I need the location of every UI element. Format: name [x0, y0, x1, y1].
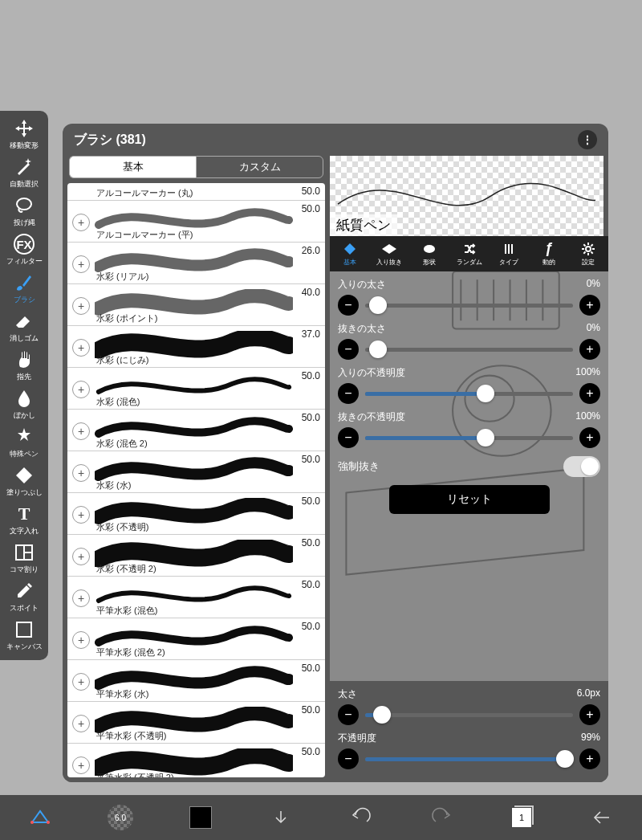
tab-basic[interactable]: 基本 [69, 156, 196, 178]
add-brush-button[interactable]: + [72, 214, 90, 231]
tool-magic[interactable]: 自動選択 [2, 154, 47, 193]
prop-tab-random[interactable]: ランダム [449, 236, 490, 271]
move-icon [13, 117, 35, 140]
prop-tab-shape[interactable]: 形状 [409, 236, 449, 271]
brush-row[interactable]: +平筆水彩 (水)50.0 [67, 660, 325, 702]
brush-row[interactable]: +水彩 (不透明 2)50.0 [67, 535, 325, 577]
add-brush-button[interactable]: + [72, 715, 90, 732]
brush-row[interactable]: +水彩 (水)50.0 [67, 451, 325, 493]
add-brush-button[interactable]: + [72, 381, 90, 398]
tool-canvas[interactable]: キャンバス [2, 617, 47, 655]
plus-button[interactable]: + [579, 383, 600, 404]
slider-不透明度: 不透明度99%−+ [338, 732, 600, 769]
minus-button[interactable]: − [338, 383, 359, 404]
tool-fx[interactable]: FXフィルター [2, 231, 47, 270]
brush-size-value: 50.0 [302, 537, 320, 548]
brush-row[interactable]: +水彩 (不透明)50.0 [67, 493, 325, 535]
plus-button[interactable]: + [579, 704, 600, 725]
canvas-icon [13, 618, 35, 641]
brush-size-value: 37.0 [302, 328, 320, 340]
slider-track[interactable] [365, 304, 573, 308]
slider-value: 0% [587, 322, 600, 336]
add-brush-button[interactable]: + [72, 756, 90, 774]
plus-button[interactable]: + [579, 427, 600, 448]
tool-brush[interactable]: ブラシ [2, 270, 47, 308]
brush-row[interactable]: +アルコールマーカー (平)50.0 [67, 201, 325, 243]
minus-button[interactable]: − [338, 427, 359, 448]
brush-name: 水彩 (混色) [96, 396, 140, 408]
brush-row[interactable]: +平筆水彩 (混色 2)50.0 [67, 618, 325, 660]
add-brush-button[interactable]: + [72, 506, 90, 524]
brush-settings-side: 紙質ペン 基本入り抜き形状ランダムタイプƒ動的設定 入りの太さ0%−+抜きの太さ… [330, 156, 608, 782]
brush-row[interactable]: +平筆水彩 (不透明 2)50.0 [67, 744, 325, 777]
add-brush-button[interactable]: + [72, 422, 90, 440]
brush-row[interactable]: +平筆水彩 (不透明)50.0 [67, 702, 325, 744]
minus-button[interactable]: − [338, 339, 359, 360]
prop-tab-settings[interactable]: 設定 [568, 236, 608, 271]
add-brush-button[interactable]: + [72, 673, 90, 691]
tool-label: ブラシ [14, 295, 35, 305]
brush-list[interactable]: アルコールマーカー (丸)50.0+アルコールマーカー (平)50.0+水彩 (… [67, 183, 325, 777]
brush-row[interactable]: +水彩 (混色)50.0 [67, 368, 325, 410]
minus-button[interactable]: − [338, 704, 359, 725]
tool-move[interactable]: 移動変形 [2, 116, 47, 154]
add-brush-button[interactable]: + [72, 297, 90, 315]
plus-button[interactable]: + [579, 339, 600, 360]
brush-size-swatch[interactable]: 6.0 [103, 800, 138, 835]
brush-size-value: 50.0 [302, 186, 320, 197]
tool-eraser[interactable]: 消しゴム [2, 308, 47, 347]
brush-size-value: 50.0 [302, 412, 320, 423]
layers-icon[interactable]: 1 [504, 800, 539, 835]
prop-tab-type[interactable]: タイプ [489, 236, 529, 271]
brush-row[interactable]: +水彩 (ポイント)40.0 [67, 284, 325, 326]
shape-tool-icon[interactable] [22, 800, 58, 835]
back-icon[interactable] [584, 800, 620, 835]
prop-tab-inout[interactable]: 入り抜き [370, 236, 410, 271]
more-button[interactable]: ⋮ [578, 130, 597, 149]
minus-button[interactable]: − [338, 295, 359, 316]
plus-button[interactable]: + [579, 295, 600, 316]
tool-fill[interactable]: 塗りつぶし [2, 463, 47, 501]
add-brush-button[interactable]: + [72, 631, 90, 649]
add-brush-button[interactable]: + [72, 548, 90, 565]
brush-row[interactable]: +水彩 (にじみ)37.0 [67, 326, 325, 368]
tool-text[interactable]: T文字入れ [2, 501, 47, 540]
add-brush-button[interactable]: + [72, 464, 90, 482]
brush-name: 水彩 (不透明) [96, 521, 148, 533]
force-out-switch[interactable] [563, 456, 600, 477]
prop-tab-basic[interactable]: 基本 [330, 236, 370, 271]
add-brush-button[interactable]: + [72, 255, 90, 273]
minus-button[interactable]: − [338, 748, 359, 769]
add-brush-button[interactable]: + [72, 339, 90, 357]
blur-icon [13, 387, 35, 410]
download-icon[interactable] [263, 800, 299, 835]
tab-custom[interactable]: カスタム [196, 156, 323, 178]
slider-label: 入りの不透明度 [338, 366, 405, 380]
brush-row[interactable]: アルコールマーカー (丸)50.0 [67, 183, 325, 201]
slider-track[interactable] [365, 757, 573, 761]
undo-icon[interactable] [343, 800, 379, 835]
reset-button[interactable]: リセット [389, 485, 550, 514]
plus-button[interactable]: + [579, 748, 600, 769]
add-brush-button[interactable]: + [72, 589, 90, 607]
prop-tab-label: 形状 [423, 258, 436, 267]
slider-track[interactable] [365, 348, 573, 352]
brush-panel: ブラシ (381) ⋮ 基本 カスタム アルコールマーカー (丸)50.0+アル… [63, 124, 608, 782]
fx-icon: FX [13, 233, 35, 255]
slider-track[interactable] [365, 392, 573, 396]
tool-eyedrop[interactable]: スポイト [2, 578, 47, 617]
tool-special[interactable]: 特殊ペン [2, 424, 47, 463]
tool-smudge[interactable]: 指先 [2, 347, 47, 385]
brush-row[interactable]: +水彩 (リアル)26.0 [67, 243, 325, 284]
prop-tab-dynamic[interactable]: ƒ動的 [529, 236, 569, 271]
brush-row[interactable]: +水彩 (混色 2)50.0 [67, 410, 325, 451]
tool-lasso[interactable]: 投げ縄 [2, 193, 47, 231]
brush-row[interactable]: +平筆水彩 (混色)50.0 [67, 577, 325, 618]
color-swatch[interactable] [183, 800, 218, 835]
tool-blur[interactable]: ぼかし [2, 385, 47, 424]
tool-frame[interactable]: コマ割り [2, 540, 47, 578]
brush-size-value: 50.0 [302, 704, 320, 716]
slider-track[interactable] [365, 436, 573, 440]
slider-track[interactable] [365, 713, 573, 717]
redo-icon[interactable] [424, 800, 459, 835]
